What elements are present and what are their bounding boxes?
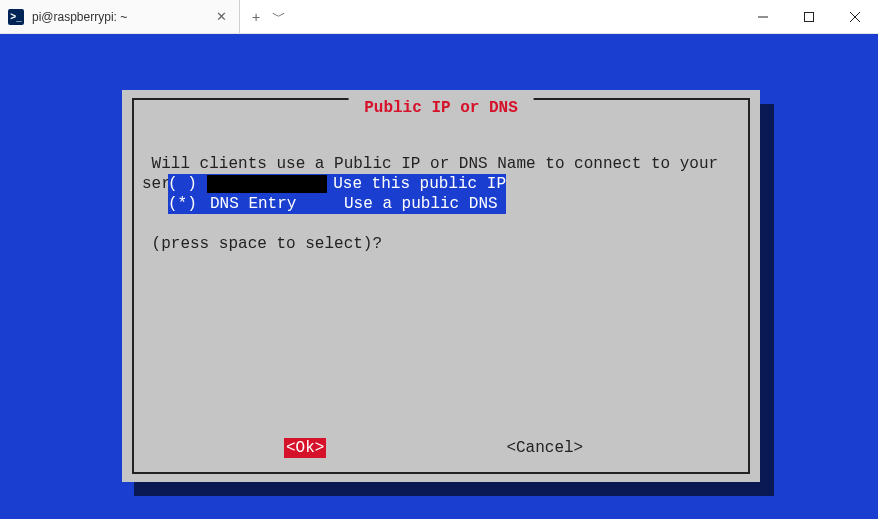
- radio-description: Use this public IP: [333, 174, 506, 194]
- window-controls: [740, 0, 878, 33]
- tab-title: pi@raspberrypi: ~: [32, 10, 212, 24]
- tab-close-icon[interactable]: ✕: [212, 9, 231, 24]
- window-titlebar: >_ pi@raspberrypi: ~ ✕ + ﹀: [0, 0, 878, 34]
- radio-value: DNS Entry: [210, 194, 344, 214]
- close-button[interactable]: [832, 0, 878, 34]
- prompt-line-2: (press space to select)?: [142, 234, 740, 254]
- radio-value: [207, 174, 333, 194]
- minimize-button[interactable]: [740, 0, 786, 34]
- svg-rect-1: [805, 13, 814, 22]
- ok-button[interactable]: <Ok>: [284, 438, 326, 458]
- new-tab-icon[interactable]: +: [246, 9, 266, 25]
- cancel-button[interactable]: <Cancel>: [506, 438, 583, 458]
- dialog-border: Public IP or DNS Will clients use a Publ…: [132, 98, 750, 474]
- tab-dropdown-icon[interactable]: ﹀: [266, 8, 292, 26]
- radio-list: ( ) Use this public IP (*) DNS Entry Use…: [168, 174, 506, 214]
- radio-marker: ( ): [168, 174, 207, 194]
- dialog-buttons: <Ok> <Cancel>: [134, 438, 748, 458]
- redacted-ip-icon: [207, 175, 327, 193]
- terminal-background: Public IP or DNS Will clients use a Publ…: [12, 46, 866, 507]
- radio-marker: (*): [168, 194, 210, 214]
- maximize-button[interactable]: [786, 0, 832, 34]
- window-tab[interactable]: >_ pi@raspberrypi: ~ ✕: [0, 0, 240, 33]
- radio-option-dns-entry[interactable]: (*) DNS Entry Use a public DNS: [168, 194, 506, 214]
- radio-description: Use a public DNS: [344, 194, 506, 214]
- terminal-area[interactable]: Public IP or DNS Will clients use a Publ…: [0, 34, 878, 519]
- tab-controls: + ﹀: [240, 0, 298, 33]
- powershell-icon: >_: [8, 9, 24, 25]
- whiptail-dialog: Public IP or DNS Will clients use a Publ…: [122, 90, 760, 482]
- radio-option-public-ip[interactable]: ( ) Use this public IP: [168, 174, 506, 194]
